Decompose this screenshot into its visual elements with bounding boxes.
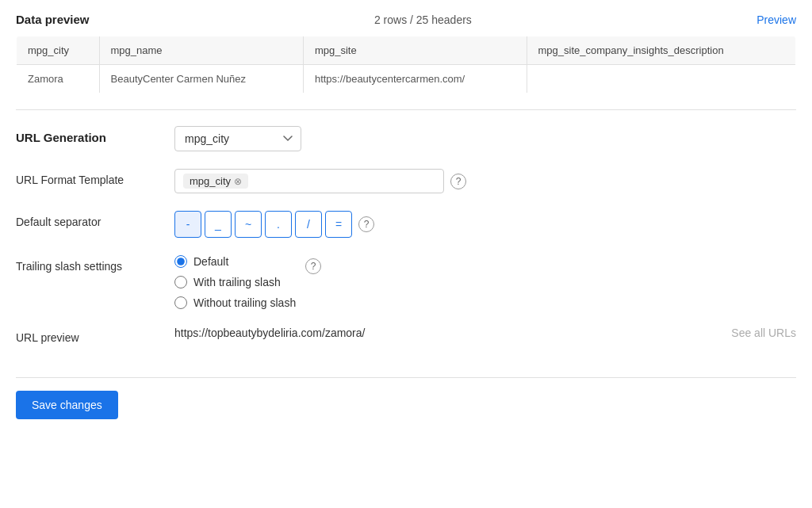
cell-site: https://beautycentercarmen.com/ — [303, 65, 527, 94]
preview-link[interactable]: Preview — [756, 13, 796, 26]
radio-without-trailing[interactable]: Without trailing slash — [174, 296, 296, 309]
tag-value: mpg_city — [190, 175, 231, 187]
save-changes-area: Save changes — [16, 377, 796, 419]
radio-with-trailing-label: With trailing slash — [193, 276, 281, 288]
url-format-tag: mpg_city ⊗ — [183, 174, 248, 189]
radio-default-label: Default — [193, 255, 228, 268]
col-header-mpg-site: mpg_site — [303, 36, 527, 65]
url-format-template-label: URL Format Template — [16, 169, 174, 186]
default-separator-row: Default separator - _ ~ . / = ? — [16, 211, 796, 238]
url-format-template-row: URL Format Template mpg_city ⊗ ? — [16, 169, 796, 193]
separator-button-group: - _ ~ . / = — [174, 211, 352, 238]
trailing-slash-row: Trailing slash settings Default With tra… — [16, 255, 796, 309]
col-header-mpg-site-desc: mpg_site_company_insights_description — [527, 36, 795, 65]
data-preview-table: mpg_city mpg_name mpg_site mpg_site_comp… — [16, 36, 796, 94]
radio-without-trailing-input[interactable] — [174, 296, 187, 309]
tag-remove-icon[interactable]: ⊗ — [234, 177, 242, 186]
trailing-slash-radio-group: Default With trailing slash Without trai… — [174, 255, 296, 309]
default-separator-content: - _ ~ . / = ? — [174, 211, 796, 238]
sep-btn-dot[interactable]: . — [265, 211, 292, 238]
radio-without-trailing-label: Without trailing slash — [193, 296, 296, 309]
separator-help-icon[interactable]: ? — [358, 216, 374, 232]
url-format-template-content: mpg_city ⊗ ? — [174, 169, 796, 193]
col-header-mpg-name: mpg_name — [99, 36, 303, 65]
table-row: Zamora BeautyCenter Carmen Nuñez https:/… — [17, 65, 796, 94]
data-preview-meta: 2 rows / 25 headers — [374, 13, 472, 26]
trailing-slash-help-icon[interactable]: ? — [305, 258, 321, 274]
save-changes-button[interactable]: Save changes — [16, 391, 118, 419]
sep-btn-dash[interactable]: - — [174, 211, 201, 238]
url-generation-content: mpg_city mpg_name mpg_site — [174, 126, 796, 151]
sep-btn-tilde[interactable]: ~ — [235, 211, 262, 238]
url-preview-content: https://topbeautybydeliria.com/zamora/ S… — [174, 327, 796, 339]
radio-with-trailing-input[interactable] — [174, 276, 187, 288]
sep-btn-equals[interactable]: = — [325, 211, 352, 238]
cell-desc — [527, 65, 795, 94]
section-divider — [16, 109, 796, 110]
see-all-urls-link[interactable]: See all URLs — [731, 327, 796, 339]
data-preview-title: Data preview — [16, 13, 90, 26]
url-generation-label: URL Generation — [16, 126, 174, 144]
col-header-mpg-city: mpg_city — [17, 36, 100, 65]
url-preview-value: https://topbeautybydeliria.com/zamora/ — [174, 327, 365, 339]
trailing-slash-label: Trailing slash settings — [16, 255, 174, 273]
url-generation-row: URL Generation mpg_city mpg_name mpg_sit… — [16, 126, 796, 151]
url-preview-row: URL preview https://topbeautybydeliria.c… — [16, 327, 796, 344]
url-preview-label: URL preview — [16, 327, 174, 344]
url-generation-dropdown[interactable]: mpg_city mpg_name mpg_site — [174, 126, 301, 151]
url-format-template-input[interactable]: mpg_city ⊗ — [174, 169, 444, 193]
cell-city: Zamora — [17, 65, 100, 94]
sep-btn-underscore[interactable]: _ — [205, 211, 232, 238]
radio-with-trailing[interactable]: With trailing slash — [174, 276, 296, 288]
cell-name: BeautyCenter Carmen Nuñez — [99, 65, 303, 94]
trailing-slash-content: Default With trailing slash Without trai… — [174, 255, 321, 309]
radio-default[interactable]: Default — [174, 255, 296, 268]
default-separator-label: Default separator — [16, 211, 174, 228]
sep-btn-slash[interactable]: / — [295, 211, 322, 238]
url-generation-section: URL Generation mpg_city mpg_name mpg_sit… — [16, 126, 796, 369]
url-format-help-icon[interactable]: ? — [450, 174, 466, 189]
radio-default-input[interactable] — [174, 255, 187, 268]
